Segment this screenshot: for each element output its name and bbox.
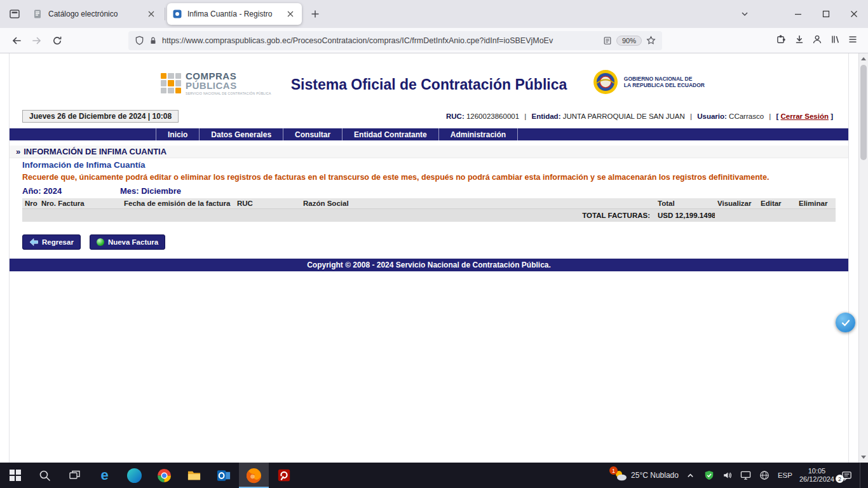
- col-editar: Editar: [758, 198, 796, 209]
- bracket: ]: [831, 112, 833, 120]
- back-icon[interactable]: [6, 31, 27, 50]
- nueva-factura-label: Nueva Factura: [108, 238, 158, 246]
- edge-legacy-icon: e: [100, 468, 108, 482]
- web-page: COMPRAS PÚBLICAS SERVICIO NACIONAL DE CO…: [9, 53, 849, 463]
- library-icon[interactable]: [830, 34, 840, 47]
- scroll-up-arrow[interactable]: [861, 57, 866, 60]
- col-nro: Nro: [22, 198, 39, 209]
- chrome-icon: [157, 468, 172, 483]
- col-visualizar: Visualizar: [715, 198, 758, 209]
- network-globe-icon[interactable]: [758, 469, 771, 482]
- year-month-row: Año: 2024 Mes: Diciembre: [22, 186, 836, 196]
- edge-legacy-app[interactable]: e: [90, 463, 119, 488]
- logout-link[interactable]: Cerrar Sesión: [781, 112, 829, 120]
- account-icon[interactable]: [812, 34, 822, 47]
- nav-item-consultar[interactable]: Consultar: [283, 128, 342, 140]
- weather-widget[interactable]: 1 25°C Nublado: [613, 469, 679, 482]
- nav-item-administracion[interactable]: Administración: [438, 128, 518, 140]
- list-all-tabs-icon[interactable]: [735, 4, 755, 24]
- total-row-filler: [715, 209, 836, 222]
- tab-infima-cuantia[interactable]: Infima Cuantía - Registro: [167, 3, 302, 25]
- show-desktop-button[interactable]: [860, 463, 863, 488]
- volume-icon[interactable]: [721, 469, 734, 482]
- menu-hamburger-icon[interactable]: [848, 34, 858, 47]
- edge-icon: [127, 468, 142, 483]
- firefox-app[interactable]: [239, 463, 269, 488]
- page-viewport: COMPRAS PÚBLICAS SERVICIO NACIONAL DE CO…: [0, 53, 868, 463]
- page-title: Sistema Oficial de Contratación Pública: [10, 76, 848, 93]
- page-footer: Copyright © 2008 - 2024 Servicio Naciona…: [10, 259, 848, 271]
- tab-title: Infima Cuantía - Registro: [187, 10, 279, 18]
- tabbar-right: [735, 0, 868, 28]
- tab-close-icon[interactable]: [145, 8, 158, 20]
- new-tab-button[interactable]: [306, 4, 325, 24]
- firefox-icon: [246, 468, 262, 484]
- ruc-label: RUC:: [446, 112, 465, 120]
- reader-mode-icon[interactable]: [603, 36, 612, 45]
- ecuador-emblem-icon: [592, 69, 619, 95]
- tab-close-icon[interactable]: [284, 8, 297, 20]
- minimize-button[interactable]: [784, 0, 812, 28]
- chrome-app[interactable]: [149, 463, 179, 488]
- start-button[interactable]: [0, 463, 30, 488]
- breadcrumb-label: INFORMACIÓN DE INFIMA CUANTIA: [24, 147, 166, 156]
- downloads-icon[interactable]: [794, 34, 804, 47]
- action-center-icon[interactable]: 2: [840, 469, 853, 482]
- nav-item-inicio[interactable]: Inicio: [156, 128, 199, 140]
- separator: |: [524, 112, 526, 120]
- col-factura: Nro. Factura: [39, 198, 121, 209]
- col-fecha: Fecha de emisión de la factura: [121, 198, 234, 209]
- tracking-protection-shield-icon[interactable]: [135, 36, 144, 45]
- close-window-button[interactable]: [840, 0, 868, 28]
- tab-favicon: [33, 9, 43, 19]
- datetime-box: Jueves 26 de Diciembre de 2024 | 10:08: [22, 110, 179, 123]
- bracket: [: [776, 112, 778, 120]
- scroll-down-arrow[interactable]: [861, 456, 866, 459]
- regresar-label: Regresar: [42, 238, 74, 246]
- outlook-icon: [217, 468, 231, 483]
- bookmark-star-icon[interactable]: [646, 36, 656, 45]
- nav-item-datos-generales[interactable]: Datos Generales: [199, 128, 283, 140]
- nueva-factura-button[interactable]: Nueva Factura: [90, 234, 165, 250]
- nav-item-entidad-contratante[interactable]: Entidad Contratante: [342, 128, 438, 140]
- firefox-view-icon[interactable]: [5, 4, 24, 24]
- url-bar[interactable]: https://www.compraspublicas.gob.ec/Proce…: [128, 31, 662, 50]
- ruc-value: 1260023860001: [466, 112, 519, 120]
- regresar-button[interactable]: Regresar: [22, 234, 81, 250]
- browser-toolbar: https://www.compraspublicas.gob.ec/Proce…: [0, 28, 868, 53]
- task-view-button[interactable]: [60, 463, 90, 488]
- separator: |: [769, 112, 771, 120]
- lock-icon[interactable]: [149, 36, 158, 45]
- breadcrumb-marker: »: [16, 147, 20, 156]
- outlook-app[interactable]: [209, 463, 239, 488]
- accessibility-widget-button[interactable]: [836, 313, 855, 332]
- maximize-button[interactable]: [812, 0, 840, 28]
- language-indicator[interactable]: ESP: [776, 471, 794, 479]
- toolbar-right: [776, 34, 862, 47]
- total-facturas-value: USD 12,199.1498: [655, 209, 715, 222]
- zoom-level-badge[interactable]: 90%: [616, 36, 642, 46]
- tray-expand-chevron-icon[interactable]: [684, 469, 697, 482]
- extensions-icon[interactable]: [776, 34, 787, 47]
- file-explorer-app[interactable]: [179, 463, 209, 488]
- url-text[interactable]: https://www.compraspublicas.gob.ec/Proce…: [162, 36, 599, 45]
- display-icon[interactable]: [740, 469, 752, 482]
- edge-app[interactable]: [119, 463, 149, 488]
- reload-icon[interactable]: [47, 31, 67, 50]
- col-razon-social: Razón Social: [301, 198, 655, 209]
- acrobat-app[interactable]: [269, 463, 299, 488]
- browser-tab-bar: Catálogo electrónico Infima Cuantía - Re…: [0, 0, 868, 28]
- taskbar-search-button[interactable]: [30, 463, 60, 488]
- tab-catalogo[interactable]: Catálogo electrónico: [28, 3, 163, 25]
- search-icon: [39, 470, 51, 482]
- vertical-scrollbar[interactable]: [858, 53, 868, 463]
- scrollbar-thumb[interactable]: [860, 65, 867, 160]
- forward-icon[interactable]: [27, 31, 47, 50]
- tab-favicon: [172, 9, 182, 19]
- clock-time: 10:05: [799, 467, 834, 475]
- new-orb-icon: [97, 238, 104, 246]
- government-logo: GOBIERNO NACIONAL DE LA REPUBLICA DEL EC…: [592, 69, 705, 95]
- security-shield-icon[interactable]: [703, 469, 715, 482]
- windows-taskbar: e: [0, 463, 868, 488]
- taskbar-clock[interactable]: 10:05 26/12/2024: [799, 467, 834, 484]
